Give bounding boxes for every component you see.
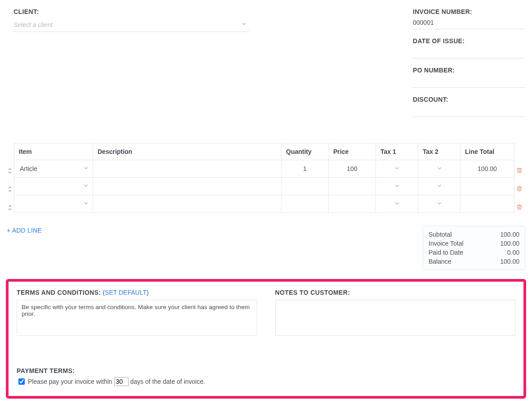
chevron-down-icon [436,201,443,208]
balance-value: 100.00 [500,257,519,266]
chevron-down-icon [83,165,89,173]
payment-terms-days-input[interactable] [114,377,129,386]
invoice-total-value: 100.00 [500,239,519,248]
table-row: 100.00 [14,160,514,178]
chevron-down-icon [83,183,89,190]
terms-label: TERMS AND CONDITIONS: [17,289,101,296]
trash-icon [516,185,523,193]
th-item: Item [14,144,93,160]
table-row [14,178,514,195]
reorder-handle[interactable] [7,180,13,198]
po-number-label: PO NUMBER: [413,67,525,74]
price-input[interactable] [333,165,371,173]
add-line-button[interactable]: + ADD LINE [7,227,42,234]
description-input[interactable] [98,165,277,173]
item-input[interactable] [19,200,81,208]
tax1-select[interactable] [376,160,418,178]
delete-line-button[interactable] [514,198,525,217]
payment-terms-checkbox[interactable] [18,378,25,385]
chevron-down-icon [436,166,443,173]
invoice-number-label: INVOICE NUMBER: [413,8,525,15]
chevron-down-icon [394,166,400,173]
po-number-input[interactable] [413,75,525,88]
discount-input[interactable] [413,104,525,117]
date-of-issue-label: DATE OF ISSUE: [413,37,525,45]
line-total-value: 100.00 [460,160,514,178]
client-label: CLIENT: [13,8,250,15]
quantity-input[interactable] [286,182,324,190]
tax2-select[interactable] [418,160,460,178]
delete-line-button[interactable] [514,162,525,180]
paid-to-date-label: Paid to Date [429,248,463,257]
tax2-select[interactable] [418,195,460,213]
discount-label: DISCOUNT: [413,96,525,103]
reorder-handle[interactable] [7,198,13,217]
set-default-link[interactable]: SET DEFAULT [105,289,147,296]
line-items-table: Item Description Quantity Price Tax 1 Ta… [14,143,514,213]
quantity-input[interactable] [286,165,324,173]
invoice-number-input[interactable] [413,16,525,29]
item-input[interactable] [19,165,81,173]
payment-terms-prefix: Please pay your invoice within [28,378,112,385]
payment-terms-suffix: days of the date of invoice. [130,378,206,385]
paid-to-date-value: 0.00 [507,248,519,257]
chevron-down-icon [394,201,400,208]
balance-label: Balance [429,257,452,266]
trash-icon [516,167,523,175]
line-total-value [460,178,514,195]
notes-label: NOTES TO CUSTOMER: [275,289,516,296]
tax2-select[interactable] [418,178,460,195]
date-of-issue-input[interactable] [413,45,525,58]
trash-icon [516,204,523,212]
payment-terms-label: PAYMENT TERMS: [17,367,515,374]
invoice-total-label: Invoice Total [429,239,464,248]
chevron-down-icon [436,183,443,190]
quantity-input[interactable] [286,200,324,208]
notes-textarea[interactable] [276,300,515,335]
item-input[interactable] [19,182,81,190]
subtotal-label: Subtotal [429,230,452,239]
delete-line-button[interactable] [514,180,525,198]
reorder-handle[interactable] [7,162,13,180]
th-line-total: Line Total [460,144,514,160]
tax1-select[interactable] [376,195,418,213]
description-input[interactable] [98,200,277,208]
chevron-down-icon [83,200,89,208]
th-description: Description [93,144,282,160]
th-quantity: Quantity [282,144,329,160]
terms-paren-close: ) [147,289,149,296]
terms-textarea[interactable] [17,300,257,335]
subtotal-value: 100.00 [500,230,519,239]
terms-notes-section: TERMS AND CONDITIONS: (SET DEFAULT) NOTE… [6,279,526,399]
table-row [14,195,514,213]
th-tax2: Tax 2 [418,144,460,160]
line-total-value [460,195,514,213]
th-price: Price [329,144,376,160]
th-tax1: Tax 1 [376,144,418,160]
client-select-input[interactable] [13,18,250,32]
price-input[interactable] [333,182,371,190]
totals-box: Subtotal 100.00 Invoice Total 100.00 Pai… [423,226,525,270]
tax1-select[interactable] [376,178,418,195]
description-input[interactable] [98,182,277,190]
price-input[interactable] [333,200,371,208]
chevron-down-icon [394,183,400,190]
